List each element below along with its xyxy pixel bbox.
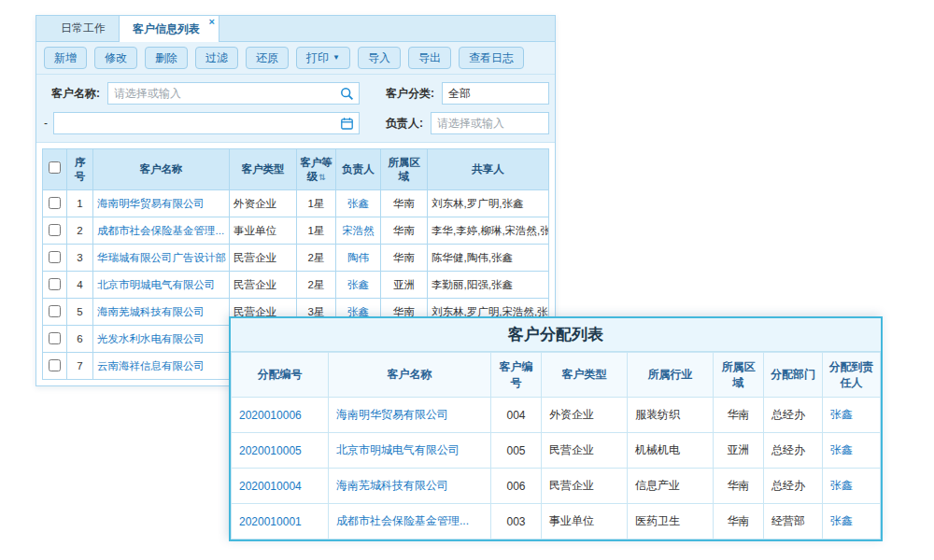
table-row: 2 成都市社会保险基金管理... 事业单位 1星 宋浩然 华南 李华,李婷,柳琳… xyxy=(43,217,549,245)
restore-button[interactable]: 还原 xyxy=(246,47,289,69)
cell-shared: 李勤丽,阳强,张鑫 xyxy=(428,272,549,299)
col-customer-level-label: 客户等级 xyxy=(300,157,333,182)
row-checkbox[interactable] xyxy=(49,224,61,236)
tab-customer-info-list-label: 客户信息列表 xyxy=(133,21,200,37)
allocation-table-header-row: 分配编号 客户名称 客户编号 客户类型 所属行业 所属区域 分配部门 分配到责任… xyxy=(232,353,881,398)
tab-daily-work[interactable]: 日常工作 xyxy=(48,16,119,41)
cell-alloc-no[interactable]: 2020010006 xyxy=(232,398,329,433)
cell-type: 民营企业 xyxy=(542,469,628,504)
row-checkbox[interactable] xyxy=(49,332,61,344)
cell-shared: 陈华健,陶伟,张鑫 xyxy=(428,245,549,272)
allocation-list-title: 客户分配列表 xyxy=(231,318,881,352)
row-checkbox[interactable] xyxy=(49,359,61,371)
cell-no: 7 xyxy=(67,353,93,380)
cell-no: 2 xyxy=(67,217,93,245)
add-button[interactable]: 新增 xyxy=(44,47,87,69)
cell-assignee[interactable]: 张鑫 xyxy=(823,469,881,504)
cell-no: 3 xyxy=(67,245,93,272)
table-row: 2020010001 成都市社会保险基金管理... 003 事业单位 医药卫生 … xyxy=(232,504,881,539)
cell-customer-no: 005 xyxy=(491,433,542,469)
cell-owner[interactable]: 张鑫 xyxy=(336,190,381,217)
filter-button[interactable]: 过滤 xyxy=(195,47,238,69)
search-icon[interactable] xyxy=(340,87,354,101)
edit-button[interactable]: 修改 xyxy=(94,47,137,69)
view-log-button[interactable]: 查看日志 xyxy=(459,47,524,69)
cell-assignee[interactable]: 张鑫 xyxy=(823,433,881,469)
table-row: 2020010006 海南明华贸易有限公司 004 外资企业 服装纺织 华南 总… xyxy=(232,398,881,433)
cell-alloc-no[interactable]: 2020010004 xyxy=(232,469,329,504)
owner-field xyxy=(431,112,549,134)
cell-customer-name[interactable]: 成都市社会保险基金管理... xyxy=(93,217,230,245)
customer-name-field xyxy=(107,82,360,105)
cell-assignee[interactable]: 张鑫 xyxy=(823,504,881,539)
cell-type: 民营企业 xyxy=(230,272,297,299)
date-input[interactable] xyxy=(60,117,336,130)
col-customer-level[interactable]: 客户等级⇅ xyxy=(297,149,336,190)
col-customer-name: 客户名称 xyxy=(93,149,230,190)
customer-category-field xyxy=(442,82,549,105)
cell-no: 5 xyxy=(67,299,93,326)
cell-region: 亚洲 xyxy=(714,433,764,469)
table-row: 2020010004 海南芜城科技有限公司 006 民营企业 信息产业 华南 总… xyxy=(232,469,881,504)
cell-owner[interactable]: 宋浩然 xyxy=(336,217,381,245)
cell-assignee[interactable]: 张鑫 xyxy=(823,398,881,433)
col-assignee: 分配到责任人 xyxy=(823,353,881,398)
col-customer-name: 客户名称 xyxy=(329,353,491,398)
cell-customer-name[interactable]: 光发水利水电有限公司 xyxy=(93,326,230,353)
cell-level: 2星 xyxy=(297,245,336,272)
calendar-icon[interactable] xyxy=(340,117,354,131)
cell-dept: 总经办 xyxy=(764,398,823,433)
cell-type: 民营企业 xyxy=(230,245,297,272)
date-field xyxy=(53,112,360,134)
date-range-dash: - xyxy=(44,117,48,130)
cell-type: 外资企业 xyxy=(542,398,628,433)
cell-customer-no: 006 xyxy=(491,469,542,504)
cell-customer-name[interactable]: 海南明华贸易有限公司 xyxy=(93,190,230,217)
select-all-cell xyxy=(43,149,67,190)
cell-no: 4 xyxy=(67,272,93,299)
toolbar: 新增 修改 删除 过滤 还原 打印 ▼ 导入 导出 查看日志 xyxy=(36,42,555,75)
tab-customer-info-list[interactable]: 客户信息列表 × xyxy=(119,16,219,42)
customer-table-header-row: 序号 客户名称 客户类型 客户等级⇅ 负责人 所属区域 共享人 xyxy=(43,149,549,190)
close-icon[interactable]: × xyxy=(209,17,215,27)
sort-icon[interactable]: ⇅ xyxy=(318,173,326,182)
cell-alloc-no[interactable]: 2020010005 xyxy=(232,433,329,469)
customer-name-input[interactable] xyxy=(114,87,336,100)
cell-alloc-no[interactable]: 2020010001 xyxy=(232,504,329,539)
customer-category-label: 客户分类: xyxy=(386,86,434,102)
cell-region: 华南 xyxy=(381,190,428,217)
cell-customer-name[interactable]: 云南海祥信息有限公司 xyxy=(93,353,230,380)
cell-customer-name[interactable]: 海南明华贸易有限公司 xyxy=(329,398,491,433)
export-button[interactable]: 导出 xyxy=(408,47,451,69)
cell-owner[interactable]: 陶伟 xyxy=(336,245,381,272)
cell-owner[interactable]: 张鑫 xyxy=(336,272,381,299)
owner-input[interactable] xyxy=(437,117,543,130)
select-all-checkbox[interactable] xyxy=(49,161,61,174)
tab-bar: 日常工作 客户信息列表 × xyxy=(36,16,555,42)
cell-region: 华南 xyxy=(381,217,428,245)
cell-customer-name[interactable]: 华瑞城有限公司广告设计部 xyxy=(93,245,230,272)
cell-level: 1星 xyxy=(297,217,336,245)
cell-type: 事业单位 xyxy=(230,217,297,245)
row-checkbox[interactable] xyxy=(49,197,61,209)
cell-region: 华南 xyxy=(714,469,764,504)
cell-customer-name[interactable]: 北京市明城电气有限公司 xyxy=(329,433,491,469)
cell-dept: 总经办 xyxy=(764,433,823,469)
caret-down-icon: ▼ xyxy=(333,54,340,62)
import-button[interactable]: 导入 xyxy=(358,47,401,69)
row-checkbox[interactable] xyxy=(49,251,61,263)
delete-button[interactable]: 删除 xyxy=(145,47,188,69)
table-row: 3 华瑞城有限公司广告设计部 民营企业 2星 陶伟 华南 陈华健,陶伟,张鑫 xyxy=(43,245,549,272)
table-row: 1 海南明华贸易有限公司 外资企业 1星 张鑫 华南 刘东林,罗广明,张鑫 xyxy=(43,190,549,217)
cell-customer-name[interactable]: 海南芜城科技有限公司 xyxy=(329,469,491,504)
print-button[interactable]: 打印 ▼ xyxy=(296,47,350,69)
cell-customer-name[interactable]: 北京市明城电气有限公司 xyxy=(93,272,230,299)
tab-daily-work-label: 日常工作 xyxy=(61,21,106,36)
col-industry: 所属行业 xyxy=(628,353,714,398)
customer-category-select[interactable] xyxy=(448,87,543,100)
cell-level: 2星 xyxy=(297,272,336,299)
row-checkbox[interactable] xyxy=(49,278,61,290)
row-checkbox[interactable] xyxy=(49,305,61,317)
cell-customer-name[interactable]: 成都市社会保险基金管理... xyxy=(329,504,491,539)
cell-customer-name[interactable]: 海南芜城科技有限公司 xyxy=(93,299,230,326)
